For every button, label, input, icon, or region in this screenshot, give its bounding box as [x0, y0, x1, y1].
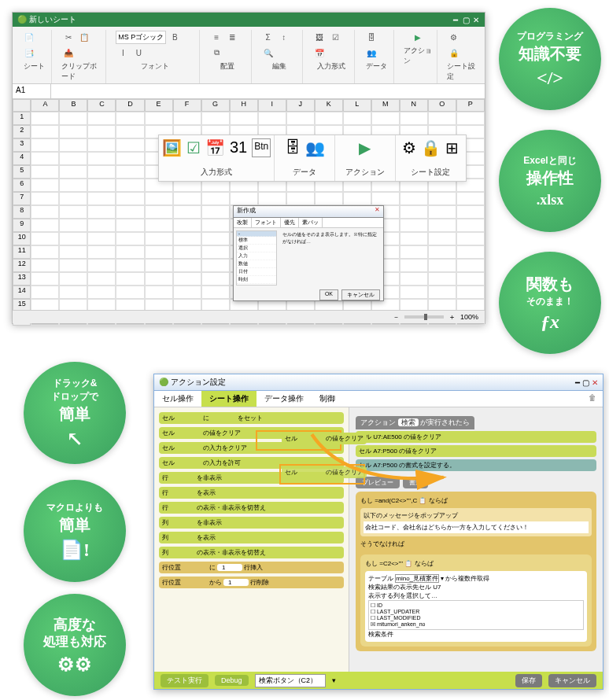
font-select[interactable]: MS Pゴシック	[116, 31, 166, 44]
cell[interactable]	[59, 205, 87, 219]
cell[interactable]	[59, 112, 87, 125]
cell[interactable]	[428, 219, 456, 232]
popup-message[interactable]: 会社コード、会社名はどちらか一方を入力してください！	[364, 521, 589, 533]
paste-icon[interactable]: 📥	[61, 46, 76, 60]
cell[interactable]	[116, 112, 144, 125]
cell[interactable]	[456, 232, 485, 245]
col-header[interactable]: F	[173, 99, 201, 112]
cell[interactable]	[145, 232, 173, 245]
palette-block[interactable]: セル に をセット	[159, 412, 344, 424]
cell[interactable]	[87, 165, 116, 179]
cell[interactable]	[59, 286, 87, 299]
dialog-close-icon[interactable]: ✕	[375, 206, 380, 217]
cell[interactable]	[230, 192, 258, 205]
cell[interactable]	[173, 232, 201, 245]
cell[interactable]	[145, 219, 173, 232]
cell[interactable]	[400, 205, 428, 219]
palette-block[interactable]: 行 を表示	[159, 487, 344, 499]
cell[interactable]	[145, 286, 173, 299]
cell[interactable]	[456, 259, 485, 272]
cell[interactable]	[87, 152, 116, 165]
cell[interactable]	[59, 165, 87, 179]
cell[interactable]	[456, 245, 485, 259]
cell[interactable]	[59, 245, 87, 259]
cell[interactable]	[116, 272, 144, 286]
cell[interactable]	[87, 286, 116, 299]
cell[interactable]	[456, 286, 485, 299]
cell[interactable]	[201, 286, 230, 299]
row-header[interactable]: 10	[13, 232, 31, 245]
cell[interactable]	[31, 219, 59, 232]
check-icon[interactable]: ☑	[328, 30, 342, 44]
cell[interactable]	[31, 112, 59, 125]
sort-icon[interactable]: ↕	[277, 30, 291, 44]
cell[interactable]	[59, 179, 87, 192]
cell[interactable]	[456, 192, 485, 205]
cell[interactable]	[400, 245, 428, 259]
minimize-button[interactable]: ━	[575, 378, 580, 387]
cell[interactable]	[116, 125, 144, 138]
users-icon[interactable]: 👥	[364, 46, 378, 60]
cell[interactable]	[87, 259, 116, 272]
col-header[interactable]: M	[371, 99, 400, 112]
cell[interactable]	[286, 112, 315, 125]
cell[interactable]	[59, 219, 87, 232]
image-icon[interactable]: 🖼️	[162, 138, 182, 157]
cell[interactable]	[145, 112, 173, 125]
cell[interactable]	[59, 138, 87, 152]
row-header[interactable]: 8	[13, 205, 31, 219]
cell[interactable]	[428, 286, 456, 299]
cell[interactable]	[201, 192, 230, 205]
palette-block[interactable]: 列 を表示	[159, 532, 344, 543]
cell[interactable]	[400, 259, 428, 272]
cell[interactable]	[456, 205, 485, 219]
cell[interactable]	[87, 125, 116, 138]
cell[interactable]	[87, 138, 116, 152]
cell[interactable]	[145, 205, 173, 219]
name-box[interactable]: A1	[13, 84, 51, 98]
row-header[interactable]: 12	[13, 259, 31, 272]
cell[interactable]	[428, 259, 456, 272]
row-header[interactable]: 1	[13, 112, 31, 125]
cell[interactable]	[371, 112, 400, 125]
cell[interactable]	[428, 192, 456, 205]
cancel-button[interactable]: キャンセル	[548, 674, 596, 687]
tab-sheet-ops[interactable]: シート操作	[201, 391, 257, 407]
col-header[interactable]: L	[343, 99, 371, 112]
grid-icon[interactable]: ⊞	[445, 138, 459, 157]
cell[interactable]	[59, 272, 87, 286]
sheet-add-icon[interactable]: 📑	[22, 46, 36, 60]
cell[interactable]	[201, 205, 230, 219]
cell[interactable]	[87, 112, 116, 125]
cell[interactable]	[456, 219, 485, 232]
cell[interactable]	[201, 112, 230, 125]
cell[interactable]	[201, 232, 230, 245]
close-button[interactable]: ✕	[472, 16, 480, 24]
cell[interactable]	[456, 112, 485, 125]
trigger-select[interactable]: 検索ボタン（C2）	[255, 674, 326, 687]
cell[interactable]	[31, 179, 59, 192]
cell[interactable]	[428, 272, 456, 286]
target-cell-input[interactable]: U7	[433, 584, 441, 591]
test-run-button[interactable]: テスト実行	[161, 674, 209, 687]
row-header[interactable]: 5	[13, 165, 31, 179]
ok-button[interactable]: OK	[319, 289, 338, 300]
gear-icon[interactable]: ⚙	[402, 138, 416, 157]
gear-icon[interactable]: ⚙	[447, 30, 461, 44]
cell[interactable]	[145, 192, 173, 205]
cell[interactable]	[230, 112, 258, 125]
row-header[interactable]: 6	[13, 179, 31, 192]
palette-block[interactable]: 行位置 に 1 行挿入	[159, 562, 344, 573]
maximize-button[interactable]: ▢	[582, 378, 589, 387]
cell[interactable]	[201, 272, 230, 286]
cell[interactable]	[59, 232, 87, 245]
cell[interactable]	[87, 219, 116, 232]
row-header[interactable]: 7	[13, 192, 31, 205]
copy-icon[interactable]: 📋	[77, 30, 91, 44]
cell[interactable]	[31, 272, 59, 286]
cell[interactable]	[145, 245, 173, 259]
col-header[interactable]: G	[201, 99, 230, 112]
palette-block[interactable]: 列 の表示・非表示を切替え	[159, 547, 344, 558]
cell[interactable]	[59, 192, 87, 205]
cell[interactable]	[371, 192, 400, 205]
